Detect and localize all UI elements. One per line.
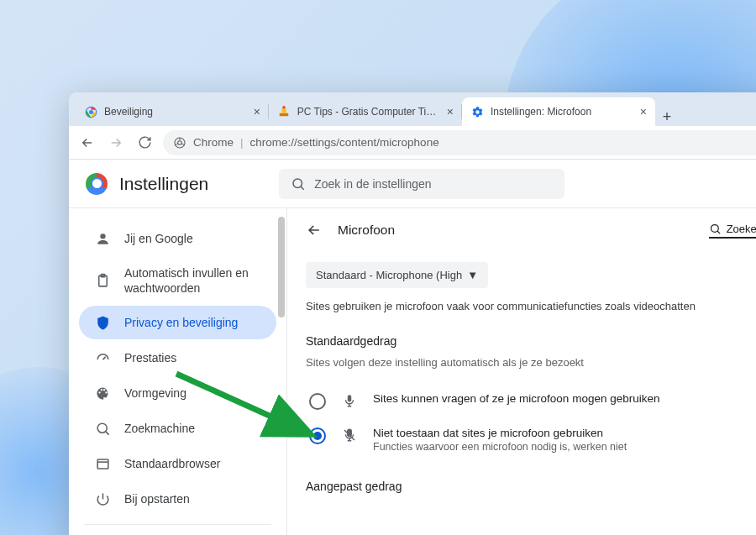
svg-point-11 bbox=[97, 423, 107, 433]
svg-rect-3 bbox=[281, 108, 286, 113]
search-icon bbox=[291, 176, 306, 191]
svg-rect-2 bbox=[280, 113, 289, 117]
radio-block-sublabel: Functies waarvoor een microfoon nodig is… bbox=[373, 441, 627, 453]
tab-beveiliging[interactable]: Beveiliging × bbox=[76, 97, 269, 126]
custom-behavior-heading: Aangepast gedrag bbox=[306, 480, 756, 493]
gear-icon bbox=[470, 105, 484, 118]
sidebar-divider bbox=[84, 524, 271, 525]
close-icon[interactable]: × bbox=[640, 105, 647, 118]
browser-window: Beveiliging × PC Tips - Gratis Computer … bbox=[69, 92, 756, 535]
clipboard-icon bbox=[94, 272, 111, 289]
sidebar-item-you-and-google[interactable]: Jij en Google bbox=[79, 222, 276, 255]
settings-search-placeholder: Zoek in de instellingen bbox=[314, 177, 431, 191]
close-icon[interactable]: × bbox=[254, 105, 260, 118]
radio-allow-label: Sites kunnen vragen of ze je microfoon m… bbox=[373, 392, 659, 405]
content-search-label: Zoeken bbox=[727, 223, 756, 235]
svg-rect-12 bbox=[97, 459, 108, 469]
sidebar-item-default-browser[interactable]: Standaardbrowser bbox=[79, 447, 276, 480]
address-url: chrome://settings/content/microphone bbox=[250, 136, 439, 149]
microphone-device-select[interactable]: Standaard - Microphone (High ▼ bbox=[306, 262, 488, 288]
sidebar-item-label: Jij en Google bbox=[124, 231, 193, 246]
tab-settings-microphone[interactable]: Instellingen: Microfoon × bbox=[462, 97, 655, 126]
new-tab-button[interactable]: + bbox=[655, 108, 679, 126]
sidebar-item-appearance[interactable]: Vormgeving bbox=[79, 376, 276, 410]
radio-block-label: Niet toestaan dat sites je microfoon geb… bbox=[373, 427, 627, 439]
default-behavior-subtext: Sites volgen deze instelling automatisch… bbox=[306, 356, 756, 369]
sidebar-item-label: Privacy en beveiliging bbox=[124, 315, 238, 330]
settings-content: Microfoon Zoeken Standaard - Microphone … bbox=[287, 208, 756, 535]
device-select-label: Standaard - Microphone (High bbox=[316, 269, 462, 281]
reload-button[interactable] bbox=[134, 133, 155, 153]
person-icon bbox=[94, 230, 111, 247]
settings-title: Instellingen bbox=[119, 174, 208, 194]
speedometer-icon bbox=[94, 349, 111, 366]
sidebar-item-label: Vormgeving bbox=[124, 386, 186, 401]
tab-label: PC Tips - Gratis Computer Tips, in bbox=[297, 106, 440, 118]
sidebar-item-label: Prestaties bbox=[124, 350, 176, 365]
chevron-down-icon: ▼ bbox=[467, 269, 478, 281]
settings-sidebar: Jij en Google Automatisch invullen en wa… bbox=[69, 208, 287, 535]
settings-header: Instellingen Zoek in de instellingen bbox=[69, 160, 756, 208]
radio-unchecked-icon bbox=[309, 393, 326, 410]
radio-option-block[interactable]: Niet toestaan dat sites je microfoon geb… bbox=[306, 418, 756, 461]
pctips-favicon bbox=[277, 105, 291, 118]
address-scheme-label: Chrome bbox=[193, 136, 234, 149]
google-favicon bbox=[84, 105, 97, 118]
svg-point-1 bbox=[89, 110, 93, 114]
intro-text: Sites gebruiken je microfoon vaak voor c… bbox=[306, 300, 756, 312]
sidebar-item-privacy[interactable]: Privacy en beveiliging bbox=[79, 306, 276, 339]
shield-icon bbox=[94, 314, 111, 331]
tab-label: Instellingen: Microfoon bbox=[491, 106, 591, 118]
sidebar-item-label: Bij opstarten bbox=[124, 491, 190, 506]
microphone-off-icon bbox=[341, 427, 358, 443]
default-behavior-heading: Standaardgedrag bbox=[306, 334, 756, 348]
chrome-icon bbox=[173, 136, 186, 149]
power-icon bbox=[94, 490, 111, 507]
toolbar: Chrome | chrome://settings/content/micro… bbox=[69, 126, 756, 160]
tab-label: Beveiliging bbox=[104, 106, 153, 118]
svg-point-6 bbox=[178, 140, 182, 144]
svg-point-8 bbox=[100, 233, 105, 239]
palette-icon bbox=[94, 385, 111, 401]
window-icon bbox=[94, 455, 111, 472]
search-icon bbox=[94, 420, 111, 437]
settings-search[interactable]: Zoek in de instellingen bbox=[279, 169, 564, 199]
content-header: Microfoon Zoeken bbox=[306, 222, 756, 239]
address-bar[interactable]: Chrome | chrome://settings/content/micro… bbox=[163, 130, 756, 155]
tab-pctips[interactable]: PC Tips - Gratis Computer Tips, in × bbox=[269, 97, 462, 126]
search-icon bbox=[709, 223, 722, 235]
scrollbar[interactable] bbox=[278, 217, 285, 317]
svg-point-14 bbox=[711, 224, 718, 232]
back-button[interactable] bbox=[77, 133, 97, 153]
sidebar-item-performance[interactable]: Prestaties bbox=[79, 341, 276, 375]
sidebar-item-label: Zoekmachine bbox=[124, 421, 195, 436]
svg-point-4 bbox=[282, 106, 286, 109]
radio-option-allow[interactable]: Sites kunnen vragen of ze je microfoon m… bbox=[306, 384, 756, 418]
svg-rect-15 bbox=[348, 395, 352, 401]
sidebar-item-label: Standaardbrowser bbox=[124, 456, 220, 471]
forward-button[interactable] bbox=[106, 133, 126, 153]
sidebar-item-on-startup[interactable]: Bij opstarten bbox=[79, 482, 276, 516]
sidebar-item-search-engine[interactable]: Zoekmachine bbox=[79, 412, 276, 445]
close-icon[interactable]: × bbox=[447, 105, 454, 118]
sidebar-item-label: Automatisch invullen en wachtwoorden bbox=[124, 265, 261, 296]
microphone-icon bbox=[341, 393, 358, 408]
sidebar-item-autofill[interactable]: Automatisch invullen en wachtwoorden bbox=[79, 257, 276, 304]
svg-point-7 bbox=[293, 179, 302, 188]
tab-strip: Beveiliging × PC Tips - Gratis Computer … bbox=[69, 92, 756, 126]
chrome-logo-icon bbox=[86, 173, 108, 195]
content-search[interactable]: Zoeken bbox=[709, 223, 756, 239]
page-title: Microfoon bbox=[338, 223, 395, 238]
back-arrow-button[interactable] bbox=[306, 222, 323, 239]
radio-checked-icon bbox=[309, 427, 326, 444]
